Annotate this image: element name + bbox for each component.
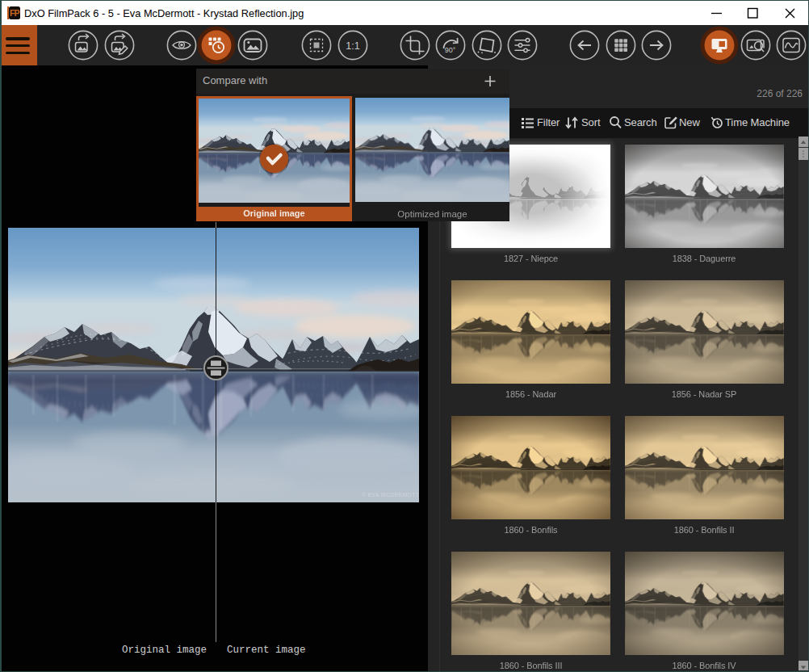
svg-text:90°: 90° [445, 46, 456, 54]
svg-text:1:1: 1:1 [346, 40, 359, 52]
